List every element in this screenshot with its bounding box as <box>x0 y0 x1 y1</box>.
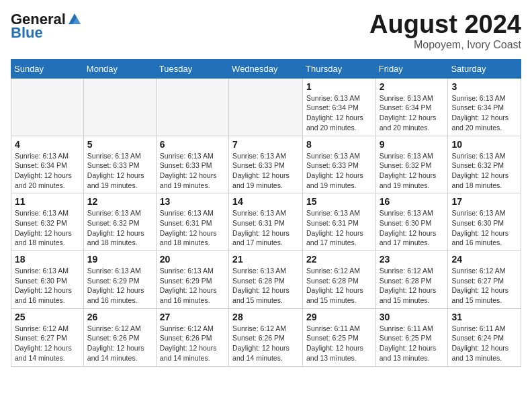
day-number: 15 <box>306 196 372 207</box>
day-header-wednesday: Wednesday <box>229 59 303 78</box>
day-number: 24 <box>451 254 517 265</box>
day-cell: 23Sunrise: 6:12 AM Sunset: 6:28 PM Dayli… <box>375 251 448 309</box>
day-cell: 14Sunrise: 6:13 AM Sunset: 6:31 PM Dayli… <box>229 193 303 251</box>
day-number: 16 <box>380 196 445 207</box>
day-cell: 25Sunrise: 6:12 AM Sunset: 6:27 PM Dayli… <box>11 308 84 366</box>
day-number: 13 <box>160 196 225 207</box>
day-cell: 13Sunrise: 6:13 AM Sunset: 6:31 PM Dayli… <box>156 193 228 251</box>
day-info: Sunrise: 6:12 AM Sunset: 6:28 PM Dayligh… <box>306 266 372 306</box>
day-info: Sunrise: 6:13 AM Sunset: 6:33 PM Dayligh… <box>306 151 372 191</box>
day-info: Sunrise: 6:11 AM Sunset: 6:24 PM Dayligh… <box>451 324 517 363</box>
day-number: 18 <box>15 254 80 265</box>
day-cell: 22Sunrise: 6:12 AM Sunset: 6:28 PM Dayli… <box>303 251 376 309</box>
day-cell: 30Sunrise: 6:11 AM Sunset: 6:25 PM Dayli… <box>375 308 448 366</box>
day-cell: 10Sunrise: 6:13 AM Sunset: 6:32 PM Dayli… <box>448 136 521 193</box>
day-info: Sunrise: 6:12 AM Sunset: 6:27 PM Dayligh… <box>451 266 517 306</box>
day-info: Sunrise: 6:13 AM Sunset: 6:34 PM Dayligh… <box>380 93 445 133</box>
day-cell: 21Sunrise: 6:13 AM Sunset: 6:28 PM Dayli… <box>229 251 303 309</box>
day-number: 28 <box>232 312 299 322</box>
day-number: 31 <box>451 312 517 322</box>
day-info: Sunrise: 6:13 AM Sunset: 6:32 PM Dayligh… <box>87 208 152 248</box>
week-row-5: 25Sunrise: 6:12 AM Sunset: 6:27 PM Dayli… <box>11 308 521 366</box>
day-number: 22 <box>306 254 372 265</box>
day-number: 7 <box>232 139 299 150</box>
day-cell: 29Sunrise: 6:11 AM Sunset: 6:25 PM Dayli… <box>303 308 376 366</box>
day-info: Sunrise: 6:13 AM Sunset: 6:32 PM Dayligh… <box>451 151 517 191</box>
day-number: 6 <box>160 139 225 150</box>
day-info: Sunrise: 6:13 AM Sunset: 6:29 PM Dayligh… <box>160 266 225 306</box>
day-cell: 11Sunrise: 6:13 AM Sunset: 6:32 PM Dayli… <box>11 193 84 251</box>
day-cell <box>11 78 84 136</box>
calendar-table: SundayMondayTuesdayWednesdayThursdayFrid… <box>11 59 521 367</box>
day-info: Sunrise: 6:12 AM Sunset: 6:27 PM Dayligh… <box>15 324 80 363</box>
day-cell: 9Sunrise: 6:13 AM Sunset: 6:32 PM Daylig… <box>375 136 448 193</box>
day-cell: 15Sunrise: 6:13 AM Sunset: 6:31 PM Dayli… <box>303 193 376 251</box>
day-info: Sunrise: 6:11 AM Sunset: 6:25 PM Dayligh… <box>306 324 372 363</box>
day-number: 29 <box>306 312 372 322</box>
day-number: 12 <box>87 196 152 207</box>
day-number: 1 <box>306 81 372 92</box>
day-info: Sunrise: 6:13 AM Sunset: 6:30 PM Dayligh… <box>380 208 445 248</box>
day-info: Sunrise: 6:12 AM Sunset: 6:26 PM Dayligh… <box>160 324 225 363</box>
day-number: 8 <box>306 139 372 150</box>
day-info: Sunrise: 6:13 AM Sunset: 6:32 PM Dayligh… <box>380 151 445 191</box>
day-info: Sunrise: 6:13 AM Sunset: 6:34 PM Dayligh… <box>306 93 372 133</box>
day-cell: 20Sunrise: 6:13 AM Sunset: 6:29 PM Dayli… <box>156 251 228 309</box>
day-number: 11 <box>15 196 80 207</box>
day-cell: 28Sunrise: 6:12 AM Sunset: 6:26 PM Dayli… <box>229 308 303 366</box>
day-info: Sunrise: 6:13 AM Sunset: 6:31 PM Dayligh… <box>306 208 372 248</box>
day-number: 10 <box>451 139 517 150</box>
location-title: Mopoyem, Ivory Coast <box>369 39 521 51</box>
day-info: Sunrise: 6:13 AM Sunset: 6:33 PM Dayligh… <box>87 151 152 191</box>
day-header-friday: Friday <box>375 59 448 78</box>
day-cell: 2Sunrise: 6:13 AM Sunset: 6:34 PM Daylig… <box>375 78 448 136</box>
day-number: 23 <box>380 254 445 265</box>
day-number: 17 <box>451 196 517 207</box>
day-cell: 6Sunrise: 6:13 AM Sunset: 6:33 PM Daylig… <box>156 136 228 193</box>
day-number: 2 <box>380 81 445 92</box>
day-cell <box>229 78 303 136</box>
day-cell: 18Sunrise: 6:13 AM Sunset: 6:30 PM Dayli… <box>11 251 84 309</box>
day-cell: 8Sunrise: 6:13 AM Sunset: 6:33 PM Daylig… <box>303 136 376 193</box>
day-cell <box>156 78 228 136</box>
logo: General Blue <box>11 11 82 42</box>
day-number: 14 <box>232 196 299 207</box>
week-row-3: 11Sunrise: 6:13 AM Sunset: 6:32 PM Dayli… <box>11 193 521 251</box>
day-cell: 26Sunrise: 6:12 AM Sunset: 6:26 PM Dayli… <box>83 308 156 366</box>
day-info: Sunrise: 6:13 AM Sunset: 6:32 PM Dayligh… <box>15 208 80 248</box>
day-headers-row: SundayMondayTuesdayWednesdayThursdayFrid… <box>11 59 521 78</box>
day-cell: 24Sunrise: 6:12 AM Sunset: 6:27 PM Dayli… <box>448 251 521 309</box>
logo-blue: Blue <box>11 24 43 42</box>
day-cell: 1Sunrise: 6:13 AM Sunset: 6:34 PM Daylig… <box>303 78 376 136</box>
week-row-1: 1Sunrise: 6:13 AM Sunset: 6:34 PM Daylig… <box>11 78 521 136</box>
day-cell: 5Sunrise: 6:13 AM Sunset: 6:33 PM Daylig… <box>83 136 156 193</box>
day-number: 4 <box>15 139 80 150</box>
day-info: Sunrise: 6:13 AM Sunset: 6:31 PM Dayligh… <box>160 208 225 248</box>
week-row-4: 18Sunrise: 6:13 AM Sunset: 6:30 PM Dayli… <box>11 251 521 309</box>
day-header-tuesday: Tuesday <box>156 59 228 78</box>
day-header-monday: Monday <box>83 59 156 78</box>
header: General Blue August 2024 Mopoyem, Ivory … <box>11 11 521 51</box>
day-number: 30 <box>380 312 445 322</box>
day-info: Sunrise: 6:13 AM Sunset: 6:34 PM Dayligh… <box>451 93 517 133</box>
day-cell: 12Sunrise: 6:13 AM Sunset: 6:32 PM Dayli… <box>83 193 156 251</box>
day-header-saturday: Saturday <box>448 59 521 78</box>
day-info: Sunrise: 6:13 AM Sunset: 6:28 PM Dayligh… <box>232 266 299 306</box>
day-info: Sunrise: 6:13 AM Sunset: 6:30 PM Dayligh… <box>15 266 80 306</box>
day-number: 21 <box>232 254 299 265</box>
day-info: Sunrise: 6:12 AM Sunset: 6:26 PM Dayligh… <box>87 324 152 363</box>
day-number: 25 <box>15 312 80 322</box>
day-cell: 16Sunrise: 6:13 AM Sunset: 6:30 PM Dayli… <box>375 193 448 251</box>
day-info: Sunrise: 6:13 AM Sunset: 6:29 PM Dayligh… <box>87 266 152 306</box>
month-title: August 2024 <box>369 11 521 39</box>
day-number: 9 <box>380 139 445 150</box>
day-cell: 31Sunrise: 6:11 AM Sunset: 6:24 PM Dayli… <box>448 308 521 366</box>
day-number: 5 <box>87 139 152 150</box>
day-cell: 4Sunrise: 6:13 AM Sunset: 6:34 PM Daylig… <box>11 136 84 193</box>
day-cell: 19Sunrise: 6:13 AM Sunset: 6:29 PM Dayli… <box>83 251 156 309</box>
day-number: 26 <box>87 312 152 322</box>
day-number: 27 <box>160 312 225 322</box>
day-number: 3 <box>451 81 517 92</box>
day-info: Sunrise: 6:13 AM Sunset: 6:34 PM Dayligh… <box>15 151 80 191</box>
day-number: 20 <box>160 254 225 265</box>
